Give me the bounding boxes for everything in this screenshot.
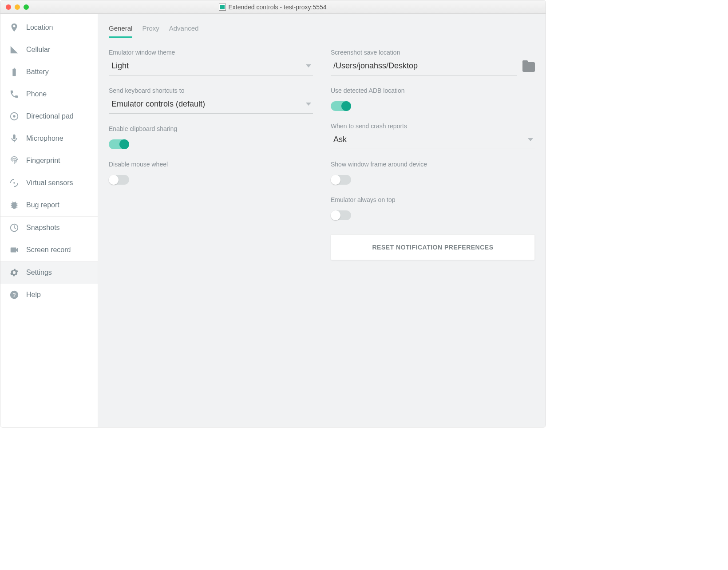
settings-col-left: Emulator window theme Light Send keyboar…: [109, 49, 313, 416]
window-title: Extended controls - test-proxy:5554: [0, 4, 546, 11]
sidebar-item-phone[interactable]: Phone: [0, 83, 98, 105]
titlebar: Extended controls - test-proxy:5554: [0, 0, 546, 14]
sidebar-item-label: Battery: [26, 68, 49, 76]
shortcuts-group: Send keyboard shortcuts to Emulator cont…: [109, 87, 313, 114]
tab-general[interactable]: General: [109, 21, 132, 38]
mousewheel-label: Disable mouse wheel: [109, 161, 313, 168]
app-icon: [219, 4, 226, 10]
content-pane: General Proxy Advanced Emulator window t…: [98, 14, 546, 427]
tabs: General Proxy Advanced: [109, 21, 535, 38]
zoom-window-button[interactable]: [24, 4, 29, 10]
sidebar-item-label: Virtual sensors: [26, 179, 73, 187]
microphone-icon: [9, 134, 19, 143]
chevron-down-icon: [306, 103, 311, 106]
sidebar-item-label: Location: [26, 24, 53, 32]
sidebar-item-location[interactable]: Location: [0, 16, 98, 39]
cellular-icon: [9, 45, 19, 55]
chevron-down-icon: [306, 64, 311, 67]
screenrecord-icon: [9, 245, 19, 255]
tab-advanced[interactable]: Advanced: [169, 21, 199, 38]
window-title-text: Extended controls - test-proxy:5554: [228, 4, 326, 11]
shortcuts-value: Emulator controls (default): [111, 99, 205, 109]
browse-folder-button[interactable]: [522, 62, 535, 72]
bug-icon: [9, 200, 19, 210]
fingerprint-icon: [9, 156, 19, 166]
sidebar-item-label: Help: [26, 291, 41, 299]
sidebar-item-label: Screen record: [26, 246, 71, 254]
sidebar-item-label: Settings: [26, 269, 52, 277]
theme-group: Emulator window theme Light: [109, 49, 313, 75]
crash-value: Ask: [333, 135, 347, 144]
crash-group: When to send crash reports Ask: [331, 123, 535, 149]
chevron-down-icon: [528, 138, 533, 141]
sidebar-item-label: Fingerprint: [26, 157, 60, 165]
windowframe-label: Show window frame around device: [331, 161, 535, 168]
mousewheel-group: Disable mouse wheel: [109, 161, 313, 185]
location-icon: [9, 23, 19, 32]
windowframe-toggle[interactable]: [331, 175, 351, 185]
settings-panel: Emulator window theme Light Send keyboar…: [109, 49, 535, 416]
traffic-lights: [0, 4, 29, 10]
sidebar-item-screenrecord[interactable]: Screen record: [0, 239, 98, 261]
sidebar-item-bugreport[interactable]: Bug report: [0, 194, 98, 217]
help-icon: ?: [9, 290, 19, 300]
sidebar-item-help[interactable]: ? Help: [0, 284, 98, 306]
svg-point-1: [13, 115, 16, 118]
window: Extended controls - test-proxy:5554 Loca…: [0, 0, 546, 428]
ontop-toggle[interactable]: [331, 210, 351, 220]
window-body: Location Cellular Battery Phone Directio…: [0, 14, 546, 427]
sidebar-item-cellular[interactable]: Cellular: [0, 39, 98, 61]
snapshots-icon: [9, 223, 19, 233]
settings-col-right: Screenshot save location /Users/jonahss/…: [331, 49, 535, 416]
sidebar-item-label: Snapshots: [26, 224, 60, 232]
shortcuts-label: Send keyboard shortcuts to: [109, 87, 313, 94]
dpad-icon: [9, 111, 19, 121]
adb-toggle[interactable]: [331, 101, 351, 111]
theme-select[interactable]: Light: [109, 59, 313, 75]
minimize-window-button[interactable]: [15, 4, 20, 10]
sidebar-item-battery[interactable]: Battery: [0, 61, 98, 83]
sidebar-item-microphone[interactable]: Microphone: [0, 127, 98, 150]
sidebar-item-label: Directional pad: [26, 112, 74, 120]
sidebar-item-fingerprint[interactable]: Fingerprint: [0, 150, 98, 172]
theme-label: Emulator window theme: [109, 49, 313, 56]
screenshot-value: /Users/jonahss/Desktop: [333, 61, 418, 71]
svg-point-2: [13, 182, 15, 184]
adb-group: Use detected ADB location: [331, 87, 535, 111]
theme-value: Light: [111, 61, 129, 71]
tab-proxy[interactable]: Proxy: [142, 21, 159, 38]
battery-icon: [9, 67, 19, 77]
gear-icon: [9, 268, 19, 277]
sidebar-item-label: Cellular: [26, 46, 50, 54]
sidebar-item-sensors[interactable]: Virtual sensors: [0, 172, 98, 194]
ontop-group: Emulator always on top: [331, 196, 535, 220]
clipboard-toggle[interactable]: [109, 139, 129, 149]
crash-select[interactable]: Ask: [331, 132, 535, 149]
sidebar-item-snapshots[interactable]: Snapshots: [0, 217, 98, 239]
sidebar-item-label: Microphone: [26, 135, 63, 142]
adb-label: Use detected ADB location: [331, 87, 535, 94]
shortcuts-select[interactable]: Emulator controls (default): [109, 97, 313, 114]
sidebar-item-label: Phone: [26, 90, 47, 98]
sidebar: Location Cellular Battery Phone Directio…: [0, 14, 98, 427]
ontop-label: Emulator always on top: [331, 196, 535, 203]
windowframe-group: Show window frame around device: [331, 161, 535, 185]
svg-text:?: ?: [12, 292, 16, 298]
sidebar-item-settings[interactable]: Settings: [0, 261, 98, 284]
screenshot-group: Screenshot save location /Users/jonahss/…: [331, 49, 535, 75]
screenshot-path-field[interactable]: /Users/jonahss/Desktop: [331, 59, 517, 75]
reset-notifications-button[interactable]: RESET NOTIFICATION PREFERENCES: [331, 234, 535, 260]
clipboard-label: Enable clipboard sharing: [109, 125, 313, 132]
screenshot-label: Screenshot save location: [331, 49, 535, 56]
mousewheel-toggle[interactable]: [109, 175, 129, 185]
sidebar-item-label: Bug report: [26, 201, 59, 209]
clipboard-group: Enable clipboard sharing: [109, 125, 313, 149]
sensors-icon: [9, 178, 19, 188]
phone-icon: [9, 89, 19, 99]
sidebar-item-dpad[interactable]: Directional pad: [0, 105, 98, 127]
crash-label: When to send crash reports: [331, 123, 535, 130]
close-window-button[interactable]: [6, 4, 11, 10]
